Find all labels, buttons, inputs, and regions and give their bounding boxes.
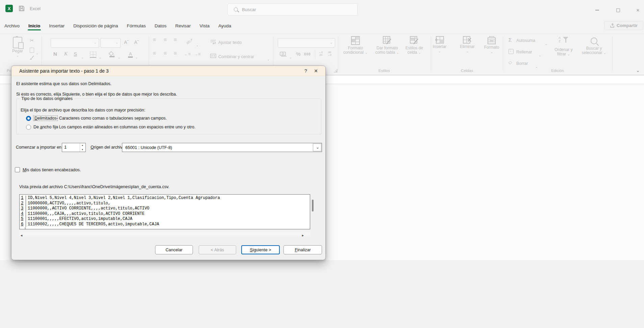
- chevron-down-icon: [535, 63, 539, 67]
- dialog-titlebar[interactable]: Asistente para importar texto - paso 1 d…: [11, 66, 325, 76]
- start-row-spinner[interactable]: 1: [62, 143, 86, 152]
- borders-button: [90, 52, 96, 58]
- row-text: ID,Nivel 5,Nivel 4,Nivel 3,Nivel 2,Nivel…: [28, 196, 220, 200]
- chevron-down-icon: [81, 54, 84, 57]
- tab-archivo[interactable]: Archivo: [3, 23, 21, 31]
- tab-insertar[interactable]: Insertar: [48, 23, 66, 31]
- headers-checkbox-label[interactable]: Mis datos tienen encabezados.: [23, 168, 81, 172]
- tab-inicio[interactable]: Inicio: [27, 23, 41, 31]
- font-color-button: [128, 52, 133, 58]
- cut-icon: [30, 37, 34, 44]
- clipboard-icon: [13, 37, 22, 48]
- minimize-button[interactable]: [592, 6, 602, 14]
- scroll-right-icon[interactable]: [301, 232, 305, 236]
- format-as-table-icon: [383, 36, 392, 45]
- combo-dropdown-button[interactable]: [313, 144, 321, 151]
- help-button[interactable]: [301, 67, 310, 75]
- chevron-down-icon: [490, 49, 493, 54]
- button-label: seleccionar: [582, 50, 602, 55]
- align-middle-button: [164, 37, 167, 43]
- chevron-down-icon: [135, 54, 139, 57]
- fill-button: Rellenar: [516, 50, 532, 54]
- chevron-down-icon: [466, 49, 469, 53]
- wrap-text-button: Ajustar texto: [218, 40, 242, 45]
- row-number: 2: [21, 201, 26, 206]
- button-label: filtrar: [557, 52, 566, 56]
- share-icon: [610, 23, 615, 28]
- tab-datos[interactable]: Datos: [153, 23, 167, 31]
- italic-button: K: [64, 51, 68, 57]
- tab-disposicion[interactable]: Disposición de página: [72, 23, 119, 31]
- conditional-formatting-button: Formato condicional: [342, 36, 369, 55]
- chevron-down-icon: [16, 53, 19, 58]
- preview-row: 311000000,,ACTIVO CORRIENTE,,,,activo,ti…: [21, 206, 310, 211]
- preview-vertical-scrollbar[interactable]: [312, 200, 314, 211]
- insert-cells-button: Insertar: [429, 36, 450, 53]
- file-preview-box[interactable]: 1ID,Nivel 5,Nivel 4,Nivel 3,Nivel 2,Nive…: [19, 194, 310, 229]
- intro-line-2: Si esto es correcto, elija Siguiente, o …: [16, 92, 177, 97]
- sort-filter-icon: AZ: [559, 36, 569, 46]
- row-number: 4: [21, 211, 26, 217]
- file-origin-select[interactable]: 65001 : Unicode (UTF-8): [122, 143, 322, 152]
- conditional-formatting-icon: [351, 36, 360, 45]
- tab-formulas[interactable]: Fórmulas: [126, 23, 147, 31]
- chevron-down-icon: [36, 50, 39, 53]
- radio-selected-icon[interactable]: [26, 116, 31, 121]
- row-number: 6: [21, 222, 26, 227]
- chevron-down-icon: [545, 40, 548, 44]
- search-icon: [234, 7, 238, 11]
- cell-styles-icon: [410, 36, 419, 45]
- preview-row: 611100002,,,,,CHEQUES DE TERCEROS,activo…: [21, 222, 310, 227]
- increase-font-size-button: [124, 40, 129, 45]
- close-button[interactable]: [633, 6, 643, 14]
- search-input[interactable]: Buscar: [227, 3, 357, 16]
- row-text: 10000000,ACTIVO,,,,,activo,titulo,: [28, 201, 110, 206]
- fill-color-button: [109, 51, 116, 58]
- find-select-button: Buscar y seleccionar: [580, 36, 608, 55]
- start-row-value[interactable]: 1: [62, 143, 80, 152]
- merge-center-button: Combinar y centrar: [218, 54, 254, 59]
- radio-delimited[interactable]: Delimitados: [26, 115, 57, 121]
- align-right-button: [174, 50, 177, 56]
- font-size-select: [100, 38, 121, 48]
- decrease-indent-button: [184, 52, 191, 56]
- save-icon[interactable]: [19, 5, 25, 11]
- group-separator: [503, 36, 503, 71]
- autosum-icon: [509, 37, 512, 43]
- radio-fixed-width[interactable]: De ancho fijo: [26, 124, 58, 130]
- finish-button[interactable]: Finalizar: [283, 245, 322, 254]
- groupbox-legend: Tipo de los datos originales: [20, 96, 74, 101]
- decrease-font-size-button: [134, 40, 139, 45]
- next-button[interactable]: Siguiente >: [241, 245, 280, 254]
- radio-fixed-width-label: De ancho fijo: [33, 125, 58, 129]
- app-title: Excel: [30, 6, 41, 11]
- spinner-down-button[interactable]: [80, 148, 85, 152]
- number-format-select: [278, 38, 335, 48]
- spinner-up-button[interactable]: [80, 143, 85, 148]
- tab-revisar[interactable]: Revisar: [174, 23, 192, 31]
- share-label: Compartir: [617, 23, 638, 28]
- chevron-down-icon: [365, 50, 368, 55]
- radio-unselected-icon[interactable]: [26, 125, 31, 130]
- share-button: Compartir: [604, 21, 643, 30]
- headers-checkbox[interactable]: [15, 167, 20, 172]
- restore-button[interactable]: [613, 6, 623, 14]
- chevron-down-icon: [539, 52, 542, 55]
- cancel-button[interactable]: Cancelar: [155, 245, 193, 254]
- tab-vista[interactable]: Vista: [198, 23, 210, 31]
- delete-cells-icon: [463, 36, 472, 44]
- tab-ayuda[interactable]: Ayuda: [217, 23, 232, 31]
- ribbon-group-label-editing: Edición: [546, 69, 569, 73]
- chevron-down-icon: [418, 50, 421, 55]
- align-top-button: [153, 37, 156, 43]
- accounting-format-icon: [280, 52, 287, 57]
- dialog-close-button[interactable]: [311, 67, 321, 75]
- collapse-ribbon-button[interactable]: [636, 67, 640, 73]
- import-wizard-dialog: Asistente para importar texto - paso 1 d…: [11, 66, 326, 260]
- file-type-prompt: Elija el tipo de archivo que describa lo…: [21, 108, 145, 112]
- bold-button: N: [53, 51, 57, 57]
- scroll-left-icon[interactable]: [20, 232, 24, 236]
- ribbon-group-label-styles: Estilos: [372, 69, 396, 73]
- window-titlebar: X Excel Buscar: [0, 0, 644, 20]
- preview-horizontal-scrollbar[interactable]: [19, 231, 310, 236]
